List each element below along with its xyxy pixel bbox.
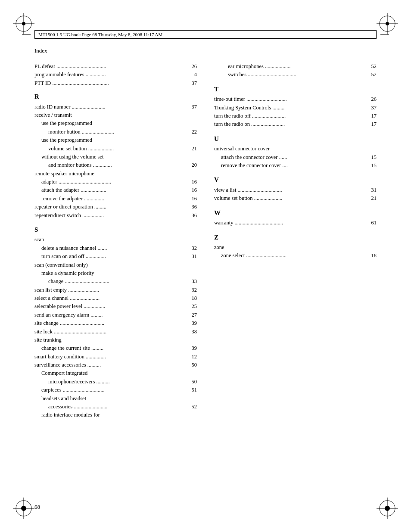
list-item: make a dynamic priority [34, 269, 197, 277]
corner-mark-bl [13, 498, 34, 519]
list-item: warranty ...............................… [214, 219, 377, 227]
list-item: without using the volume set [34, 153, 197, 161]
list-item: send an emergency alarm ......... 27 [34, 311, 197, 319]
list-item: site trunking [34, 336, 197, 344]
list-item: site lock ..............................… [34, 328, 197, 336]
list-item: view a list ............................… [214, 186, 377, 194]
list-item: microphone/receivers .......... 50 [34, 378, 197, 386]
list-item: select a channel ...................... … [34, 294, 197, 302]
list-item: accessories ......................... 52 [34, 403, 197, 411]
list-item: repeater/direct switch ................ … [34, 212, 197, 220]
list-item: volume set button ..................... … [214, 194, 377, 202]
list-item: ear microphones ................... 52 [214, 62, 377, 71]
list-item: turn the radio off .....................… [214, 112, 377, 120]
list-item: delete a nuisance channel ....... 32 [34, 244, 197, 252]
left-column: PL defeat ..............................… [34, 62, 197, 420]
index-columns: PL defeat ..............................… [34, 62, 377, 420]
section-letter-v: V [214, 175, 377, 185]
list-item: use the preprogrammed [34, 136, 197, 144]
list-item: switches ...............................… [214, 71, 377, 79]
list-item: use the preprogrammed [34, 119, 197, 128]
corner-mark-tl [13, 13, 34, 34]
corner-mark-br [377, 498, 398, 519]
list-item: PTT ID .................................… [34, 79, 197, 87]
header-bar: MT1500 1.5 UG.book Page 68 Thursday, May… [34, 30, 377, 39]
list-item: smart battery condition ............... … [34, 353, 197, 361]
list-item: earpieces ..............................… [34, 386, 197, 394]
list-item: receive / transmit [34, 111, 197, 119]
list-item: Trunking System Controls ......... 37 [214, 104, 377, 112]
section-divider [34, 58, 377, 58]
list-item: change .................................… [34, 277, 197, 286]
continued-s: ear microphones ................... 52 s… [214, 62, 377, 79]
section-heading: Index [34, 47, 377, 54]
book-info: MT1500 1.5 UG.book Page 68 Thursday, May… [38, 32, 162, 37]
list-item: selectable power level ................ … [34, 302, 197, 311]
section-letter-w: W [214, 208, 377, 218]
list-item: volume set button ................... 21 [34, 145, 197, 153]
section-letter-s: S [34, 225, 197, 235]
list-item: remove the adpater ............... 16 [34, 195, 197, 203]
list-item: universal connector cover [214, 145, 377, 153]
section-letter-t: T [214, 84, 377, 94]
section-letter-u: U [214, 134, 377, 144]
list-item: site change ............................… [34, 319, 197, 327]
list-item: radio interface modules for [34, 411, 197, 419]
list-item: attach the adapter ................... 1… [34, 186, 197, 194]
list-item: remote speaker microphone [34, 170, 197, 178]
page: MT1500 1.5 UG.book Page 68 Thursday, May… [0, 0, 411, 532]
list-item: scan [34, 236, 197, 244]
list-item: remove the connector cover .... 15 [214, 162, 377, 170]
list-item: turn scan on and off ............... 31 [34, 252, 197, 261]
page-footer: 68 [34, 504, 40, 510]
list-item: time-out timer .........................… [214, 95, 377, 103]
section-letter-r: R [34, 92, 197, 102]
section-letter-z: Z [214, 233, 377, 243]
pre-r-entries: PL defeat ..............................… [34, 62, 197, 87]
list-item: surveillance accessories .......... 50 [34, 361, 197, 369]
page-number: 68 [34, 504, 40, 510]
list-item: turn the radio on ......................… [214, 120, 377, 128]
corner-mark-tr [377, 13, 398, 34]
list-item: Commport integrated [34, 369, 197, 377]
list-item: zone [214, 243, 377, 252]
list-item: programmable features ............... 4 [34, 71, 197, 79]
list-item: and monitor buttons .............. 20 [34, 161, 197, 169]
list-item: attach the connector cover ...... 15 [214, 153, 377, 162]
list-item: repeater or direct operation ......... 3… [34, 203, 197, 211]
list-item: headsets and headset [34, 395, 197, 403]
list-item: zone select ............................… [214, 252, 377, 260]
list-item: PL defeat ..............................… [34, 62, 197, 71]
list-item: radio ID number ........................… [34, 103, 197, 111]
list-item: scan list empty ....................... … [34, 286, 197, 294]
list-item: change the current site ......... 39 [34, 344, 197, 352]
list-item: adapter ................................… [34, 178, 197, 186]
list-item: scan (conventional only) [34, 261, 197, 269]
list-item: monitor button ........................ … [34, 128, 197, 136]
right-column: ear microphones ................... 52 s… [214, 62, 377, 260]
